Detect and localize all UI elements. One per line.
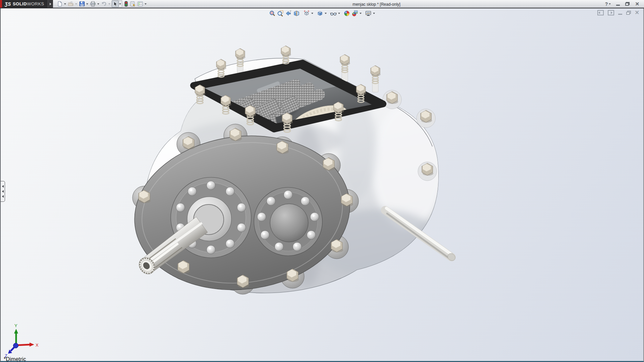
open-button[interactable] [67, 0, 74, 7]
options-icon [137, 1, 143, 7]
section-view-button[interactable] [292, 9, 301, 17]
countershaft-flange [254, 187, 322, 256]
restore-button[interactable] [625, 2, 630, 6]
solidworks-window: { "window": { "title": "menjac sklop * [… [0, 0, 644, 362]
document-window-controls: ✕ [597, 10, 639, 15]
previous-view-button[interactable] [284, 9, 292, 17]
triad-x-label: X [36, 343, 39, 348]
zoom-to-area-icon [277, 10, 284, 17]
options-button[interactable] [137, 0, 144, 7]
view-orientation-caret[interactable] [311, 13, 314, 14]
file-properties-button[interactable] [130, 0, 137, 7]
undo-caret[interactable] [108, 0, 111, 7]
zoom-to-fit-icon [269, 10, 276, 17]
minimize-document-button[interactable] [618, 14, 622, 15]
new-document-icon [57, 1, 63, 7]
edit-appearance-button[interactable] [343, 9, 351, 17]
undo-icon [101, 1, 107, 7]
new-document-button[interactable] [56, 0, 63, 7]
previous-view-icon [285, 10, 292, 17]
display-style-caret[interactable] [324, 13, 327, 14]
new-document-caret[interactable] [63, 0, 67, 7]
open-caret[interactable] [74, 0, 78, 7]
heads-up-view-toolbar [268, 9, 376, 18]
solidworks-logo-bold: SOLID [13, 1, 27, 6]
triad-y-label: Y [14, 323, 17, 328]
hide-show-items-button[interactable] [329, 9, 337, 17]
apply-scene-caret[interactable] [359, 13, 362, 14]
apply-scene-icon [352, 10, 358, 17]
collapse-arrow-icon [2, 185, 4, 188]
view-orientation-button[interactable] [303, 9, 311, 17]
help-caret-icon [609, 3, 611, 5]
save-button[interactable] [78, 0, 86, 7]
appearance-ball-icon [343, 10, 350, 17]
minimize-button[interactable] [616, 5, 620, 6]
zoom-to-area-button[interactable] [276, 9, 284, 17]
menu-expand-arrow-icon [50, 3, 51, 5]
select-caret[interactable] [119, 0, 122, 7]
display-style-button[interactable] [316, 9, 324, 17]
graphics-viewport[interactable]: Y X Z [0, 8, 644, 362]
gearbox-model: Y X Z [1, 8, 644, 362]
window-title: menjac sklop * [Read-only] [148, 0, 605, 8]
view-orientation-icon [303, 10, 310, 17]
standard-toolbar [56, 0, 148, 8]
display-style-icon [317, 10, 323, 17]
help-button[interactable]: ? [605, 1, 611, 7]
feature-manager-collapsed-tab[interactable] [1, 181, 5, 202]
select-button[interactable] [112, 0, 119, 7]
window-controls: ? ✕ [605, 0, 639, 8]
undo-button[interactable] [101, 0, 108, 7]
view-orientation-label: *Dimetric [4, 356, 26, 362]
eyeglasses-icon [330, 10, 337, 17]
collapse-arrow-icon [2, 190, 4, 193]
zoom-to-fit-button[interactable] [268, 9, 276, 17]
select-cursor-icon [113, 1, 118, 7]
collapse-left-pane-button[interactable] [597, 10, 604, 15]
hide-show-items-caret[interactable] [337, 13, 341, 14]
print-icon [90, 1, 96, 7]
save-icon [79, 1, 85, 7]
title-bar: ƷS SOLIDWORKS [0, 0, 644, 8]
file-properties-icon [130, 1, 136, 7]
save-caret[interactable] [86, 0, 89, 7]
section-view-icon [293, 10, 300, 17]
orientation-triad: Y X Z [5, 323, 39, 358]
apply-scene-button[interactable] [351, 9, 359, 17]
restore-document-button[interactable] [626, 11, 631, 15]
solidworks-logo-mark: ƷS [5, 1, 11, 7]
menu-expand-button[interactable] [48, 0, 53, 8]
open-icon [68, 1, 74, 7]
view-settings-caret[interactable] [372, 13, 376, 14]
print-caret[interactable] [97, 0, 100, 7]
collapse-arrow-icon [2, 195, 4, 198]
close-document-button[interactable]: ✕ [635, 10, 639, 15]
print-button[interactable] [90, 0, 97, 7]
rebuild-button[interactable] [123, 0, 130, 7]
collapse-right-pane-button[interactable] [608, 10, 614, 15]
help-icon: ? [605, 1, 608, 7]
close-button[interactable]: ✕ [635, 1, 639, 6]
traffic-light-icon [124, 1, 128, 7]
view-settings-button[interactable] [364, 9, 372, 17]
solidworks-logo: ƷS SOLIDWORKS [0, 0, 53, 8]
solidworks-logo-light: WORKS [27, 1, 44, 6]
view-settings-icon [365, 10, 372, 17]
options-caret[interactable] [144, 0, 147, 7]
